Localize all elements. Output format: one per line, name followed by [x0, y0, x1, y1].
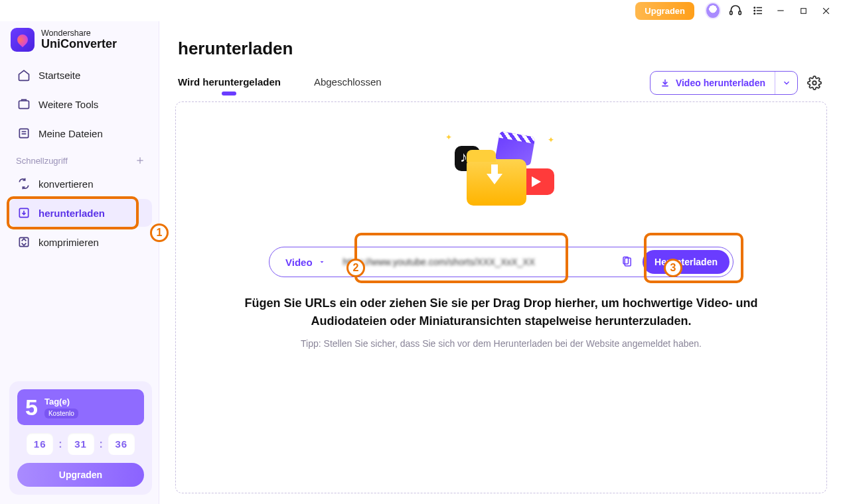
quick-access-label: Schnellzugriff	[16, 156, 68, 166]
files-icon	[17, 127, 31, 140]
download-video-dropdown[interactable]	[775, 72, 797, 94]
compress-icon	[17, 235, 31, 249]
tab-completed[interactable]: Abgeschlossen	[314, 76, 382, 90]
download-arrow-icon	[660, 78, 670, 88]
sidebar-item-label: herunterladen	[38, 208, 105, 219]
svg-point-21	[812, 81, 816, 85]
account-avatar[interactable]	[705, 3, 721, 19]
promo-days-label: Tag(e)	[44, 397, 78, 407]
sidebar-item-konvertieren[interactable]: konvertieren	[9, 170, 152, 198]
upgrade-pill-button[interactable]: Upgraden	[635, 2, 694, 20]
download-dropzone[interactable]: ✦✦ Video Herunterladen	[175, 101, 827, 493]
tutorial-marker-3: 3	[664, 259, 682, 277]
sidebar-item-label: Meine Dateien	[38, 128, 103, 139]
window-minimize-button[interactable]	[773, 3, 789, 19]
sidebar-item-label: komprimieren	[38, 237, 99, 248]
tab-row: Wird heruntergeladen Abgeschlossen Video…	[175, 71, 827, 101]
sidebar-item-meine-dateien[interactable]: Meine Dateien	[9, 119, 152, 147]
window-maximize-button[interactable]	[795, 3, 811, 19]
promo-days-number: 5	[25, 396, 38, 418]
svg-point-2	[754, 7, 755, 9]
sidebar: Wondershare UniConverter Startseite Weit…	[0, 21, 159, 504]
convert-icon	[17, 177, 31, 190]
promo-card: 5 Tag(e) Kostenlo 16 : 31 : 36 Upgraden	[9, 381, 152, 495]
home-icon	[17, 68, 31, 82]
timer-minutes: 31	[68, 433, 94, 455]
settings-button[interactable]	[805, 73, 824, 93]
timer-seconds: 36	[108, 433, 135, 455]
download-video-label: Video herunterladen	[676, 78, 765, 88]
sidebar-item-komprimieren[interactable]: komprimieren	[9, 228, 152, 256]
svg-rect-0	[730, 11, 732, 15]
sidebar-item-label: Weitere Tools	[38, 99, 98, 110]
menu-list-icon[interactable]	[750, 3, 766, 19]
url-input-bar: Video Herunterladen	[269, 247, 733, 277]
promo-days-banner: 5 Tag(e) Kostenlo	[17, 389, 144, 425]
sidebar-item-herunterladen[interactable]: herunterladen	[9, 199, 152, 227]
tutorial-marker-1: 1	[150, 223, 169, 242]
chevron-down-icon	[318, 258, 326, 266]
brand-name-bottom: UniConverter	[41, 38, 117, 50]
paste-icon[interactable]	[620, 255, 635, 269]
sidebar-item-weitere-tools[interactable]: Weitere Tools	[9, 90, 152, 118]
svg-rect-9	[801, 8, 806, 13]
media-type-label: Video	[285, 257, 313, 268]
promo-upgrade-button[interactable]: Upgraden	[17, 463, 144, 487]
timer-hours: 16	[27, 433, 53, 455]
svg-rect-1	[739, 11, 741, 15]
promo-badge: Kostenlo	[44, 409, 78, 418]
quick-access-header: Schnellzugriff	[9, 149, 152, 170]
url-input[interactable]	[339, 257, 615, 267]
window-close-button[interactable]	[818, 3, 834, 19]
download-icon	[17, 206, 31, 220]
promo-countdown: 16 : 31 : 36	[17, 433, 144, 455]
logo-icon	[11, 28, 35, 52]
download-submit-button[interactable]: Herunterladen	[643, 250, 729, 274]
app-logo[interactable]: Wondershare UniConverter	[9, 27, 152, 61]
main-content: herunterladen Wird heruntergeladen Abges…	[159, 21, 843, 504]
media-type-select[interactable]: Video	[277, 257, 334, 268]
svg-rect-12	[19, 101, 29, 109]
instruction-tip: Tipp: Stellen Sie sicher, dass Sie sich …	[301, 338, 702, 349]
titlebar: Upgraden	[0, 0, 843, 21]
sidebar-item-label: konvertieren	[38, 178, 94, 190]
support-icon[interactable]	[728, 3, 743, 19]
svg-point-6	[754, 13, 755, 15]
page-title: herunterladen	[178, 38, 827, 59]
add-quick-access-button[interactable]	[135, 155, 145, 166]
svg-point-4	[754, 10, 755, 11]
instruction-text: Fügen Sie URLs ein oder ziehen Sie sie p…	[216, 294, 787, 330]
download-illustration: ✦✦	[455, 137, 548, 216]
tutorial-marker-2: 2	[346, 259, 365, 277]
download-video-button[interactable]: Video herunterladen	[650, 71, 798, 95]
tab-downloading[interactable]: Wird heruntergeladen	[178, 76, 281, 90]
sidebar-item-label: Startseite	[38, 70, 80, 81]
sidebar-item-startseite[interactable]: Startseite	[9, 61, 152, 89]
tools-icon	[17, 97, 31, 111]
